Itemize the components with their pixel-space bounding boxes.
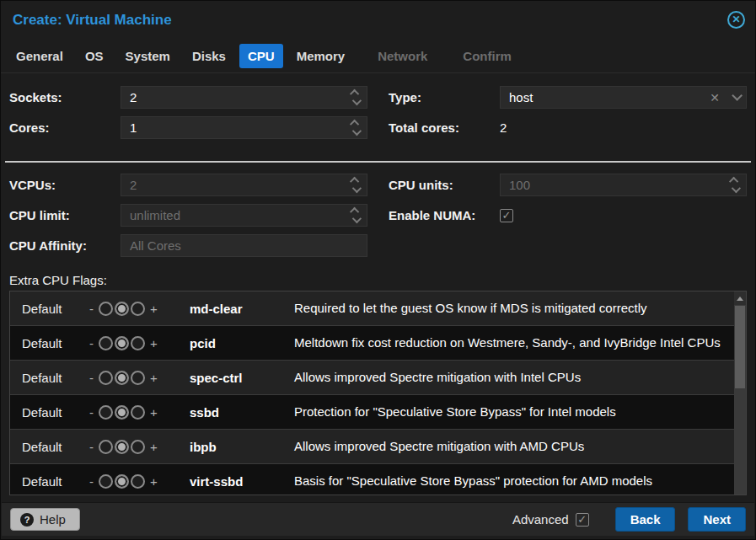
tab-os[interactable]: OS	[77, 44, 112, 68]
left-column: VCPUs: CPU limit:	[9, 174, 367, 265]
flag-name: spec-ctrl	[190, 371, 294, 385]
cpu-units-row: CPU units:	[389, 174, 747, 196]
slider-track[interactable]	[98, 302, 146, 316]
cpu-affinity-input[interactable]	[121, 235, 367, 256]
slider-stop-on[interactable]	[131, 405, 145, 420]
enable-numa-label: Enable NUMA:	[389, 208, 500, 222]
tab-bar: GeneralOSSystemDisksCPUMemoryNetworkConf…	[1, 40, 755, 73]
help-button[interactable]: ? Help	[10, 508, 80, 531]
flag-tristate-slider[interactable]: - +	[89, 336, 190, 350]
clear-icon[interactable]: ✕	[710, 91, 720, 104]
help-button-label: Help	[40, 512, 66, 527]
slider-stop-off[interactable]	[99, 302, 113, 316]
cpu-flag-row: Default - + ibpb Allows improved Spectre…	[10, 430, 734, 464]
slider-stop-on[interactable]	[131, 474, 145, 489]
flag-tristate-slider[interactable]: - +	[89, 474, 190, 489]
sockets-input[interactable]	[121, 87, 367, 108]
slider-stop-on[interactable]	[131, 336, 145, 350]
advanced-label: Advanced	[512, 512, 569, 527]
sockets-row: Sockets:	[9, 86, 367, 109]
cpu-top-form: Sockets: Cores:	[1, 73, 755, 147]
scroll-up-icon[interactable]	[734, 291, 746, 305]
cores-label: Cores:	[9, 120, 121, 135]
cpu-flag-row: Default - + pcid Meltdown fix cost reduc…	[10, 326, 734, 361]
total-cores-row: Total cores: 2	[389, 116, 747, 139]
vcpus-label: VCPUs:	[9, 178, 121, 192]
slider-minus-label: -	[89, 302, 94, 316]
slider-stop-off[interactable]	[99, 405, 113, 420]
close-icon[interactable]: ✕	[727, 11, 745, 29]
cpu-flags-grid: Default - + md-clear Required to let the…	[9, 291, 747, 495]
slider-stop-off[interactable]	[99, 336, 113, 350]
cores-field	[121, 116, 367, 139]
slider-thumb-default[interactable]	[115, 336, 129, 350]
slider-plus-label: +	[150, 371, 158, 385]
advanced-checkbox[interactable]: ✓	[576, 513, 589, 527]
type-label: Type:	[389, 90, 500, 104]
flag-name: ibpb	[190, 440, 294, 454]
slider-track[interactable]	[98, 405, 146, 420]
slider-stop-off[interactable]	[99, 440, 113, 454]
scrollbar-thumb[interactable]	[735, 306, 745, 388]
slider-thumb-default[interactable]	[115, 302, 129, 316]
slider-thumb-default[interactable]	[115, 371, 129, 385]
slider-thumb-default[interactable]	[115, 405, 129, 420]
cpu-limit-field	[121, 204, 367, 227]
flag-state-label: Default	[10, 371, 89, 385]
cpu-units-spinner	[732, 174, 738, 195]
extra-cpu-flags-label: Extra CPU Flags:	[9, 273, 755, 287]
slider-minus-label: -	[89, 371, 94, 385]
slider-stop-off[interactable]	[99, 474, 113, 489]
type-row: Type: ✕	[389, 86, 747, 109]
back-button[interactable]: Back	[615, 507, 676, 532]
slider-track[interactable]	[98, 474, 146, 489]
total-cores-value: 2	[500, 120, 507, 135]
dialog-header: Create: Virtual Machine ✕	[1, 1, 755, 40]
flag-state-label: Default	[10, 474, 89, 489]
flag-tristate-slider[interactable]: - +	[89, 405, 190, 420]
sockets-field	[121, 86, 367, 109]
flag-name: md-clear	[190, 302, 294, 316]
enable-numa-checkbox[interactable]: ✓	[500, 209, 513, 222]
cpu-advanced-form: VCPUs: CPU limit:	[1, 163, 755, 265]
slider-thumb-default[interactable]	[115, 474, 129, 489]
cpu-units-label: CPU units:	[389, 178, 500, 192]
slider-track[interactable]	[98, 336, 146, 350]
tab-system[interactable]: System	[117, 44, 179, 68]
cores-row: Cores:	[9, 116, 367, 139]
next-button[interactable]: Next	[688, 507, 746, 532]
flag-tristate-slider[interactable]: - +	[89, 302, 190, 316]
cores-spinner	[352, 117, 359, 138]
flag-state-label: Default	[10, 440, 89, 454]
tab-general[interactable]: General	[8, 44, 72, 68]
cpu-affinity-field	[121, 234, 367, 257]
slider-stop-on[interactable]	[131, 302, 145, 316]
flag-description: Protection for "Speculative Store Bypass…	[294, 404, 734, 420]
slider-track[interactable]	[98, 371, 146, 385]
flag-tristate-slider[interactable]: - +	[89, 440, 190, 454]
cpu-flag-row: Default - + spec-ctrl Allows improved Sp…	[10, 361, 734, 395]
slider-stop-on[interactable]	[131, 371, 145, 385]
slider-track[interactable]	[98, 440, 146, 454]
vcpus-input	[121, 174, 367, 195]
cpu-limit-row: CPU limit:	[9, 204, 367, 227]
tab-memory[interactable]: Memory	[288, 44, 354, 68]
flag-tristate-slider[interactable]: - +	[89, 371, 190, 385]
scrollbar[interactable]	[734, 291, 746, 495]
slider-minus-label: -	[89, 440, 94, 454]
flag-description: Required to let the guest OS know if MDS…	[294, 301, 734, 316]
tab-disks[interactable]: Disks	[184, 44, 234, 68]
cores-input[interactable]	[121, 117, 367, 138]
slider-thumb-default[interactable]	[115, 440, 129, 454]
slider-stop-off[interactable]	[99, 371, 113, 385]
cpu-units-field	[500, 174, 747, 196]
flag-state-label: Default	[10, 405, 89, 420]
flag-name: pcid	[190, 336, 294, 350]
cpu-flags-rows: Default - + md-clear Required to let the…	[10, 291, 734, 495]
slider-stop-on[interactable]	[131, 440, 145, 454]
slider-plus-label: +	[150, 440, 158, 454]
slider-plus-label: +	[150, 336, 158, 350]
help-icon: ?	[20, 513, 34, 527]
tab-cpu[interactable]: CPU	[239, 44, 283, 68]
tab-network: Network	[369, 44, 436, 68]
